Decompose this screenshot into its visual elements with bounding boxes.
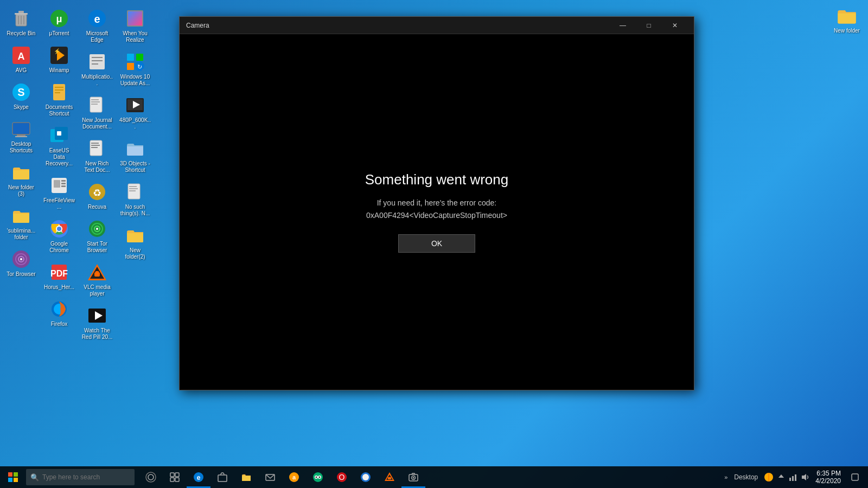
- taskbar-mail[interactable]: [258, 466, 282, 488]
- taskbar-task-view[interactable]: [163, 466, 187, 488]
- taskbar-opera2[interactable]: [354, 466, 378, 488]
- svg-rect-30: [57, 131, 61, 136]
- icon-vlc[interactable]: VLC media player: [79, 259, 116, 299]
- desktop-icon-column-3: e Microsoft Edge Multiplicatio...: [76, 3, 118, 348]
- error-title: Something went wrong: [365, 171, 508, 188]
- icon-watch-red-pill[interactable]: Watch The Red Pill 20...: [79, 303, 116, 343]
- taskbar-chevron[interactable]: »: [723, 474, 729, 480]
- icon-windows10-update[interactable]: ↻ Windows 10 Update As...: [117, 49, 154, 89]
- icon-avg[interactable]: A AVG: [3, 42, 40, 76]
- taskbar-camera[interactable]: [401, 466, 425, 488]
- winamp-icon: ⚡: [48, 44, 70, 66]
- icon-top-right-new-folder[interactable]: New folder: [828, 3, 865, 36]
- icon-new-folder-3[interactable]: New folder (3): [3, 159, 40, 200]
- camera-body: Something went wrong If you need it, her…: [180, 34, 694, 390]
- top-right-new-folder-label: New folder: [834, 28, 860, 34]
- svg-rect-57: [91, 145, 100, 146]
- microsoft-edge-icon: e: [86, 8, 108, 29]
- icon-utorrent[interactable]: μ μTorrent: [41, 5, 78, 39]
- taskbar-amazon[interactable]: a: [282, 466, 306, 488]
- taskbar-explorer[interactable]: [234, 466, 258, 488]
- icon-microsoft-edge[interactable]: e Microsoft Edge: [79, 5, 116, 46]
- icon-skype[interactable]: S Skype: [3, 79, 40, 113]
- svg-text:O: O: [339, 473, 345, 481]
- svg-rect-88: [14, 472, 18, 477]
- icon-start-tor-browser[interactable]: Start Tor Browser: [79, 216, 116, 256]
- taskbar-store[interactable]: [210, 466, 234, 488]
- taskbar-edge[interactable]: e: [187, 466, 210, 488]
- svg-text:PDF: PDF: [50, 269, 68, 278]
- icon-3d-objects-shortcut[interactable]: 3D Objects - Shortcut: [117, 136, 154, 176]
- search-input[interactable]: [42, 473, 129, 481]
- icon-subliminal-folder[interactable]: 'sublimina... folder: [3, 203, 40, 243]
- google-chrome-label: Google Chrome: [43, 241, 75, 254]
- taskbar-apps: e a: [139, 466, 425, 488]
- icon-480p-600k[interactable]: 480P_600K...: [117, 92, 154, 132]
- desktop-label[interactable]: Desktop: [731, 473, 761, 481]
- taskbar-vlc[interactable]: [378, 466, 401, 488]
- taskbar-cortana[interactable]: [139, 466, 163, 488]
- svg-rect-73: [128, 11, 142, 25]
- svg-marker-119: [778, 474, 784, 478]
- network-icon[interactable]: [788, 472, 798, 482]
- close-button[interactable]: ✕: [662, 17, 687, 34]
- svg-rect-47: [90, 54, 105, 69]
- icon-winamp[interactable]: ⚡ Winamp: [41, 42, 78, 76]
- date-text: 4/2/2020: [815, 477, 841, 485]
- svg-rect-121: [792, 476, 794, 481]
- icon-multiplication[interactable]: Multiplicatio...: [79, 49, 116, 89]
- maximize-button[interactable]: □: [636, 17, 661, 34]
- svg-text:a: a: [292, 474, 296, 480]
- icon-desktop-shortcuts[interactable]: Desktop Shortcuts: [3, 116, 40, 156]
- top-right-new-folder-icon: [836, 5, 858, 27]
- svg-text:e: e: [197, 474, 201, 481]
- firefox-label: Firefox: [51, 321, 68, 328]
- svg-rect-75: [136, 54, 143, 61]
- utorrent-label: μTorrent: [49, 30, 69, 37]
- icon-tor-browser[interactable]: Tor Browser: [3, 246, 40, 280]
- time-display[interactable]: 6:35 PM 4/2/2020: [812, 468, 844, 486]
- skype-label: Skype: [14, 104, 29, 111]
- minimize-button[interactable]: —: [610, 17, 635, 34]
- icon-horus-hero[interactable]: PDF Horus_Her...: [41, 259, 78, 293]
- svg-rect-53: [91, 101, 100, 102]
- icon-new-journal-doc[interactable]: New Journal Document...: [79, 92, 116, 132]
- volume-icon[interactable]: [800, 472, 810, 482]
- new-folder-2-label: New folder(2): [119, 247, 151, 260]
- start-tor-browser-icon: [86, 218, 108, 240]
- icon-new-rich-text[interactable]: New Rich Text Doc...: [79, 136, 116, 176]
- 3d-objects-shortcut-label: 3D Objects - Shortcut: [119, 160, 151, 174]
- notification-button[interactable]: [846, 466, 864, 488]
- icon-freefileview[interactable]: FreeFileView...: [41, 172, 78, 213]
- up-arrow-icon[interactable]: [776, 472, 786, 482]
- taskbar-opera[interactable]: O: [330, 466, 354, 488]
- svg-rect-26: [55, 89, 63, 91]
- svg-rect-114: [388, 477, 391, 479]
- icon-recycle-bin[interactable]: Recycle Bin: [3, 5, 40, 39]
- svg-rect-120: [789, 478, 791, 481]
- svg-rect-27: [55, 92, 60, 93]
- icon-when-you-realize[interactable]: When You Realize: [117, 5, 154, 46]
- desktop-shortcuts-icon: [10, 118, 32, 140]
- icon-firefox[interactable]: Firefox: [41, 296, 78, 330]
- 480p-600k-icon: [124, 94, 146, 116]
- icon-recuva[interactable]: ♻ Recuva: [79, 179, 116, 213]
- svg-text:μ: μ: [56, 14, 62, 24]
- taskbar-tripadvisor[interactable]: [306, 466, 330, 488]
- ok-button[interactable]: OK: [398, 234, 475, 253]
- svg-marker-123: [802, 474, 806, 480]
- search-bar[interactable]: 🔍: [26, 469, 135, 485]
- camera-window: Camera — □ ✕ Something went wrong If you…: [179, 16, 694, 390]
- error-content: Something went wrong If you need it, her…: [365, 171, 508, 253]
- icon-google-chrome[interactable]: Google Chrome: [41, 216, 78, 256]
- svg-point-92: [148, 474, 154, 480]
- start-button[interactable]: [0, 466, 26, 488]
- watch-red-pill-label: Watch The Red Pill 20...: [81, 328, 113, 341]
- start-tor-browser-label: Start Tor Browser: [81, 241, 113, 254]
- icon-easeus[interactable]: EaseUS Data Recovery...: [41, 123, 78, 169]
- icon-new-folder-2[interactable]: New folder(2): [117, 222, 154, 262]
- svg-rect-54: [91, 104, 98, 105]
- icon-no-such-thing[interactable]: No such thing(s). N...: [117, 179, 154, 219]
- icon-documents-shortcut[interactable]: Documents Shortcut: [41, 79, 78, 119]
- svg-rect-14: [13, 123, 29, 134]
